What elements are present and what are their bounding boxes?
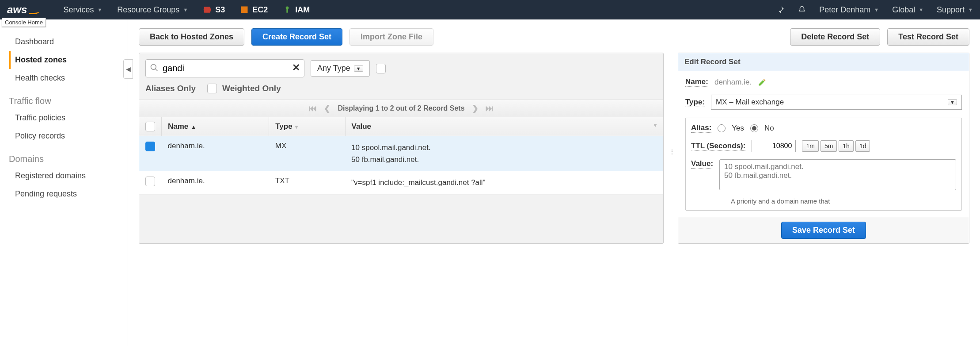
sidebar-item-registered-domains[interactable]: Registered domains [9,167,119,185]
alias-ttl-value-box: Alias: Yes No TTL (Seconds): 1m 5m 1h [685,118,962,211]
resource-groups-menu[interactable]: Resource Groups▼ [117,5,188,15]
support-label: Support [937,5,965,15]
shortcut-s3-label: S3 [215,5,225,15]
edit-icon[interactable] [758,78,767,87]
type-select-value: MX – Mail exchange [716,98,784,107]
user-name: Peter Denham [819,5,870,15]
alias-label: Alias: [691,123,711,133]
type-select[interactable]: MX – Mail exchange▼ [711,95,962,110]
top-navbar: aws Services▼ Resource Groups▼ S3 EC2 IA… [0,0,980,19]
shortcut-iam-label: IAM [295,5,310,15]
weighted-only-checkbox[interactable] [207,84,217,93]
support-menu[interactable]: Support▼ [937,5,973,15]
sidebar-item-traffic-policies[interactable]: Traffic policies [9,109,119,127]
create-record-set-button[interactable]: Create Record Set [251,28,342,46]
shortcut-iam[interactable]: IAM [283,5,310,15]
pin-icon[interactable] [777,6,785,14]
col-type[interactable]: Type▾ [269,117,345,136]
next-page-button[interactable]: ❯ [472,104,479,113]
svg-point-4 [151,65,156,70]
region-menu[interactable]: Global▼ [892,5,923,15]
user-menu[interactable]: Peter Denham▼ [819,5,879,15]
filter-bar: ✕ Any Type▼ [139,53,663,84]
ttl-preset-5m[interactable]: 5m [820,140,837,152]
bell-icon[interactable] [798,6,806,14]
select-all-checkbox[interactable] [145,122,155,131]
alias-no-label: No [764,124,774,133]
services-menu[interactable]: Services▼ [63,5,102,15]
svg-line-5 [156,69,158,71]
chevron-down-icon: ▼ [183,7,188,12]
value-textarea[interactable] [719,159,956,190]
sort-asc-icon: ▲ [191,124,196,130]
sidebar-item-pending-requests[interactable]: Pending requests [9,185,119,203]
col-value-label: Value [352,122,371,131]
sort-icon: ▾ [654,122,657,128]
s3-icon [203,5,212,14]
record-list-pane: ✕ Any Type▼ Aliases Only Weighted Only ⏮… [139,53,664,244]
aws-logo[interactable]: aws [7,4,39,16]
cell-name: denham.ie. [162,136,269,171]
value-label: Value: [691,159,713,169]
prev-page-button[interactable]: ❮ [324,104,330,113]
record-detail-pane: Edit Record Set Name: denham.ie. Type: M… [678,53,969,244]
back-to-hosted-zones-button[interactable]: Back to Hosted Zones [139,28,244,46]
ttl-input[interactable] [752,140,796,152]
type-filter-dropdown[interactable]: Any Type▼ [311,60,370,77]
col-value[interactable]: Value▾ [345,117,663,136]
table-row[interactable]: denham.ie. TXT "v=spf1 include:_mailcust… [139,171,663,194]
row-checkbox[interactable] [145,177,155,186]
chevron-down-icon: ▼ [97,7,102,12]
resource-groups-label: Resource Groups [117,5,179,15]
chevron-down-icon: ▼ [874,7,879,12]
col-name[interactable]: Name▲ [162,117,269,136]
clear-search-icon[interactable]: ✕ [292,62,300,73]
save-record-set-button[interactable]: Save Record Set [781,222,866,239]
alias-yes-label: Yes [732,124,744,133]
last-page-button[interactable]: ⏭ [486,104,494,113]
shortcut-s3[interactable]: S3 [203,5,225,15]
services-label: Services [63,5,94,15]
unknown-checkbox[interactable] [376,64,386,73]
delete-record-set-button[interactable]: Delete Record Set [790,28,880,46]
search-input[interactable] [145,59,304,77]
first-page-button[interactable]: ⏮ [309,104,317,113]
col-type-label: Type [275,122,292,131]
shortcut-ec2[interactable]: EC2 [240,5,268,15]
test-record-set-button[interactable]: Test Record Set [887,28,969,46]
weighted-only-label: Weighted Only [222,84,281,93]
ttl-preset-1d[interactable]: 1d [855,140,870,152]
region-label: Global [892,5,915,15]
chevron-down-icon: ▼ [948,99,957,105]
pane-splitter[interactable] [669,53,672,244]
sidebar-item-hosted-zones[interactable]: Hosted zones [9,51,119,69]
filter-bar-2: Aliases Only Weighted Only [139,84,663,100]
ttl-label: TTL (Seconds): [691,142,745,151]
type-filter-label: Any Type [317,64,350,73]
sidebar-item-policy-records[interactable]: Policy records [9,127,119,145]
row-checkbox[interactable] [145,142,155,151]
cell-value: 10 spool.mail.gandi.net. 50 fb.mail.gand… [345,136,663,171]
sidebar: ◀ Dashboard Hosted zones Health checks T… [0,19,128,346]
name-label: Name: [685,77,708,87]
aliases-only-label: Aliases Only [145,84,196,93]
main-content: Back to Hosted Zones Create Record Set I… [128,19,980,346]
iam-icon [283,5,292,14]
ttl-preset-1h[interactable]: 1h [839,140,854,152]
table-row[interactable]: denham.ie. MX 10 spool.mail.gandi.net. 5… [139,136,663,171]
import-zone-file-button[interactable]: Import Zone File [349,28,433,46]
save-bar: Save Record Set [678,217,969,243]
sidebar-collapse-button[interactable]: ◀ [123,59,133,79]
sidebar-heading-domains: Domains [9,145,119,167]
alias-yes-radio[interactable] [718,124,726,132]
detail-heading: Edit Record Set [678,53,969,71]
search-icon [150,63,159,72]
chevron-down-icon: ▼ [354,65,363,72]
ttl-preset-1m[interactable]: 1m [802,140,818,152]
svg-marker-0 [204,7,211,12]
console-home-tooltip: Console Home [2,18,46,27]
sidebar-item-health-checks[interactable]: Health checks [9,69,119,87]
alias-no-radio[interactable] [750,124,758,132]
ec2-icon [240,5,249,14]
sidebar-item-dashboard[interactable]: Dashboard [9,33,119,51]
